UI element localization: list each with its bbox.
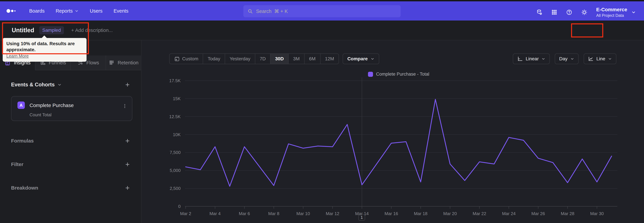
events-cohorts-label: Events & Cohorts: [11, 82, 55, 88]
sampled-badge[interactable]: Sampled: [39, 26, 64, 34]
svg-text:Mar 26: Mar 26: [532, 211, 545, 216]
svg-text:Mar 10: Mar 10: [296, 211, 310, 216]
nav-item-users[interactable]: Users: [90, 8, 102, 14]
svg-text:Mar 12: Mar 12: [326, 211, 339, 216]
breakdown-label: Breakdown: [11, 185, 38, 191]
svg-text:Mar 22: Mar 22: [472, 211, 486, 216]
add-filter-button[interactable]: +: [125, 161, 130, 168]
events-cohorts-title[interactable]: Events & Cohorts: [11, 82, 62, 88]
project-selector[interactable]: E-Commerce All Project Data: [596, 7, 636, 18]
events-cohorts-header: Events & Cohorts +: [0, 81, 141, 88]
sampling-tooltip: Using 10% of data. Results are approxima…: [3, 38, 86, 62]
svg-text:Mar 2: Mar 2: [180, 211, 191, 216]
nav-item-label: Boards: [29, 8, 44, 14]
filter-section: Filter +: [0, 161, 141, 168]
add-event-button[interactable]: +: [125, 81, 130, 88]
nav-item-label: Users: [90, 8, 102, 14]
svg-text:10K: 10K: [173, 132, 181, 137]
help-icon[interactable]: [566, 9, 572, 16]
svg-text:Mar 20: Mar 20: [443, 211, 457, 216]
window-top-strip: [0, 0, 644, 1]
add-description[interactable]: + Add description...: [71, 28, 113, 33]
sampling-tooltip-text: Using 10% of data. Results are approxima…: [6, 41, 83, 53]
chevron-down-icon: [57, 82, 62, 87]
query-sidebar: Insights Funnels Flows: [0, 40, 142, 223]
learn-more-link[interactable]: Learn More: [6, 53, 29, 59]
project-name: E-Commerce: [596, 7, 627, 13]
nav-item-reports[interactable]: Reports: [56, 8, 79, 14]
svg-text:Mar 18: Mar 18: [414, 211, 428, 216]
filter-label: Filter: [11, 162, 23, 167]
data-management-icon[interactable]: [536, 9, 542, 16]
event-series-badge: A: [18, 101, 25, 109]
project-subtitle: All Project Data: [596, 13, 627, 18]
content: Insights Funnels Flows: [0, 40, 644, 223]
svg-text:Mar 4: Mar 4: [210, 211, 220, 216]
tab-retention[interactable]: Retention: [106, 55, 141, 70]
app-window: Boards Reports Users Events: [0, 0, 644, 223]
svg-text:2,500: 2,500: [170, 186, 180, 191]
nav-item-label: Reports: [56, 8, 73, 14]
search-bar[interactable]: [243, 5, 401, 17]
event-card[interactable]: A Complete Purchase Count Total: [11, 96, 132, 121]
event-name[interactable]: Complete Purchase: [30, 102, 74, 108]
top-nav: Boards Reports Users Events: [0, 1, 644, 21]
svg-text:Mar 8: Mar 8: [268, 211, 279, 216]
add-formula-button[interactable]: +: [125, 138, 130, 144]
apps-grid-icon[interactable]: [551, 9, 557, 15]
tab-label: Retention: [118, 60, 138, 66]
report-header: Untitled Sampled + Add description...: [0, 21, 644, 40]
search-input[interactable]: [256, 9, 397, 14]
chevron-down-icon: [75, 9, 79, 13]
report-title[interactable]: Untitled: [12, 27, 34, 34]
svg-text:0: 0: [178, 204, 180, 209]
nav-items: Boards Reports Users Events: [29, 8, 128, 14]
svg-text:Mar 16: Mar 16: [384, 211, 398, 216]
pagination-page-1[interactable]: 1: [358, 214, 365, 221]
line-chart-canvas: 02,5005,0007,50010K12.5K15K17.5KMar 2Mar…: [142, 40, 644, 223]
svg-text:15K: 15K: [173, 96, 181, 101]
breakdown-section: Breakdown +: [0, 184, 141, 192]
tab-label: Flows: [86, 60, 99, 66]
svg-text:Mar 30: Mar 30: [590, 211, 604, 216]
event-options-icon[interactable]: [122, 103, 127, 109]
project-text: E-Commerce All Project Data: [596, 7, 627, 18]
nav-item-boards[interactable]: Boards: [29, 8, 44, 14]
chart-panel: Custom Today Yesterday 7D 30D 3M 6M 12M …: [142, 40, 644, 223]
svg-text:Mar 28: Mar 28: [561, 211, 574, 216]
svg-text:Mar 24: Mar 24: [502, 211, 516, 216]
svg-text:5,000: 5,000: [170, 168, 180, 173]
formulas-label: Formulas: [11, 138, 34, 144]
svg-text:Mar 6: Mar 6: [239, 211, 250, 216]
settings-gear-icon[interactable]: [581, 9, 588, 16]
search-icon: [247, 9, 253, 14]
nav-item-label: Events: [114, 8, 128, 14]
nav-item-events[interactable]: Events: [114, 8, 128, 14]
event-metric[interactable]: Count Total: [30, 112, 52, 118]
retention-icon: [109, 60, 115, 66]
formulas-section: Formulas +: [0, 137, 141, 145]
add-breakdown-button[interactable]: +: [125, 184, 130, 191]
chevron-down-icon: [631, 10, 636, 15]
nav-right-cluster: E-Commerce All Project Data: [536, 3, 636, 22]
svg-text:12.5K: 12.5K: [169, 114, 181, 119]
mixpanel-logo-icon[interactable]: [6, 8, 19, 14]
svg-text:7,500: 7,500: [170, 150, 180, 155]
svg-text:17.5K: 17.5K: [169, 78, 181, 83]
